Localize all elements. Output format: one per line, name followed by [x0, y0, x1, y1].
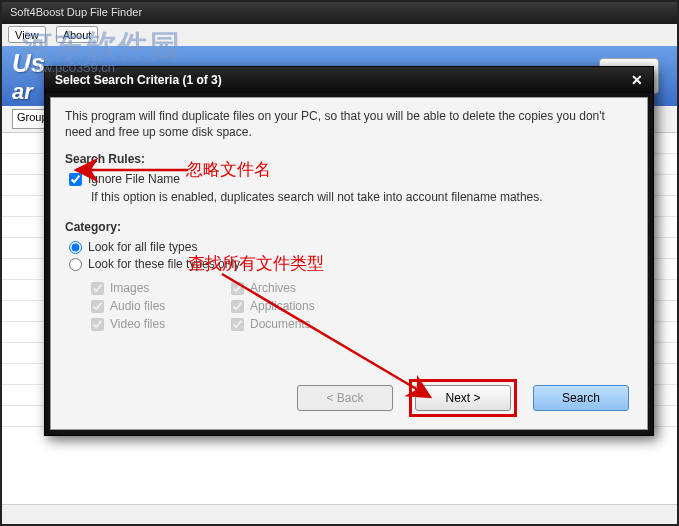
ft-applications-check [231, 300, 244, 313]
next-highlight: Next > [409, 379, 517, 417]
dialog-titlebar: Select Search Criteria (1 of 3) ✕ [45, 67, 653, 93]
back-button: < Back [297, 385, 393, 411]
ignore-filename-label: Ignore File Name [88, 172, 180, 186]
dialog-title: Select Search Criteria (1 of 3) [55, 73, 222, 87]
search-rules-label: Search Rules: [65, 152, 633, 166]
ft-video: Video files [91, 317, 211, 331]
radio-these-input[interactable] [69, 258, 82, 271]
ft-images-check [91, 282, 104, 295]
menu-about[interactable]: About [56, 26, 99, 43]
radio-all-types[interactable]: Look for all file types [69, 240, 633, 254]
dialog-button-row: < Back Next > Search [297, 379, 629, 417]
ft-video-check [91, 318, 104, 331]
ft-images: Images [91, 281, 211, 295]
radio-these-label: Look for these file types only [88, 257, 240, 271]
ft-archives-check [231, 282, 244, 295]
intro-text: This program will find duplicate files o… [65, 108, 633, 140]
close-icon[interactable]: ✕ [631, 72, 643, 88]
ft-documents: Documents [231, 317, 351, 331]
radio-all-label: Look for all file types [88, 240, 197, 254]
menubar: View About [2, 24, 677, 46]
ignore-filename-desc: If this option is enabled, duplicates se… [91, 190, 633, 204]
radio-these-types[interactable]: Look for these file types only [69, 257, 633, 271]
statusbar [2, 504, 677, 524]
search-button[interactable]: Search [533, 385, 629, 411]
banner-text: Us ar [12, 48, 45, 105]
ft-archives: Archives [231, 281, 351, 295]
window-title: Soft4Boost Dup File Finder [10, 6, 142, 18]
search-criteria-dialog: Select Search Criteria (1 of 3) ✕ This p… [44, 66, 654, 436]
category-label: Category: [65, 220, 633, 234]
menu-view[interactable]: View [8, 26, 46, 43]
filetype-grid: Images Archives Audio files Applications… [91, 281, 633, 331]
window-titlebar: Soft4Boost Dup File Finder [2, 2, 677, 24]
next-button[interactable]: Next > [415, 385, 511, 411]
dialog-body: This program will find duplicate files o… [50, 97, 648, 430]
ft-documents-check [231, 318, 244, 331]
radio-all-input[interactable] [69, 241, 82, 254]
ft-audio-check [91, 300, 104, 313]
category-block: Category: Look for all file types Look f… [65, 220, 633, 331]
ignore-filename-option[interactable]: Ignore File Name [69, 172, 633, 186]
ignore-filename-checkbox[interactable] [69, 173, 82, 186]
ft-applications: Applications [231, 299, 351, 313]
ft-audio: Audio files [91, 299, 211, 313]
